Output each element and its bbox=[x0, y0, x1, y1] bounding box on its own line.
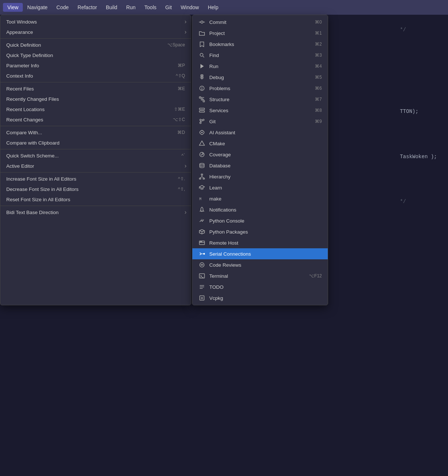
tool-windows-shortcut-terminal: ⌥F12 bbox=[309, 273, 322, 278]
view-menu-label-recent-locations: Recent Locations bbox=[6, 107, 168, 112]
terminal-icon bbox=[198, 272, 206, 280]
tool-windows-item-run[interactable]: Run⌘4 bbox=[192, 61, 328, 72]
tool-windows-item-ai-assistant[interactable]: AI Assistant bbox=[192, 127, 328, 138]
view-menu-shortcut-increase-font: ^⇧. bbox=[178, 176, 185, 181]
tool-windows-item-code-reviews[interactable]: Code Reviews bbox=[192, 259, 328, 270]
tool-windows-item-cmake[interactable]: CMake bbox=[192, 138, 328, 149]
view-menu-item-compare-clipboard[interactable]: Compare with Clipboard bbox=[0, 138, 191, 148]
menu-separator bbox=[0, 172, 191, 173]
remote-host-icon bbox=[198, 239, 206, 246]
view-menu-item-recently-changed[interactable]: Recently Changed Files bbox=[0, 94, 191, 104]
view-menu-item-decrease-font[interactable]: Decrease Font Size in All Editors^⇧, bbox=[0, 184, 191, 194]
menubar-item-code[interactable]: Code bbox=[52, 3, 73, 12]
tool-windows-label-hierarchy: Hierarchy bbox=[209, 174, 322, 180]
menu-separator bbox=[0, 206, 191, 206]
svg-line-4 bbox=[203, 56, 205, 58]
view-menu-item-recent-files[interactable]: Recent Files⌘E bbox=[0, 84, 191, 94]
tool-windows-item-serial-connections[interactable]: Serial Connections bbox=[192, 248, 328, 259]
tool-windows-item-git[interactable]: Git⌘9 bbox=[192, 116, 328, 127]
menu-separator bbox=[0, 126, 191, 126]
tool-windows-item-problems[interactable]: Problems⌘6 bbox=[192, 83, 328, 94]
tool-windows-item-project[interactable]: Project⌘1 bbox=[192, 28, 328, 39]
view-menu-item-quick-definition[interactable]: Quick Definition⌥Space bbox=[0, 40, 191, 50]
tool-windows-item-remote-host[interactable]: Remote Host bbox=[192, 237, 328, 248]
make-icon: M bbox=[198, 195, 206, 202]
serial-icon bbox=[198, 250, 206, 257]
menubar-item-view[interactable]: View bbox=[3, 3, 23, 12]
tool-windows-item-debug[interactable]: Debug⌘5 bbox=[192, 72, 328, 83]
menubar-item-run[interactable]: Run bbox=[122, 3, 140, 12]
view-menu-shortcut-recent-files: ⌘E bbox=[178, 86, 185, 91]
svg-point-22 bbox=[200, 163, 204, 165]
tool-windows-item-notifications[interactable]: Notifications bbox=[192, 204, 328, 215]
tool-windows-item-database[interactable]: Database bbox=[192, 160, 328, 171]
menubar-item-git[interactable]: Git bbox=[161, 3, 176, 12]
tool-windows-label-problems: Problems bbox=[209, 86, 309, 91]
view-menu-item-quick-type-definition[interactable]: Quick Type Definition bbox=[0, 50, 191, 60]
tool-windows-item-vcpkg[interactable]: Vcpkg bbox=[192, 292, 328, 303]
view-menu-item-reset-font[interactable]: Reset Font Size in All Editors bbox=[0, 194, 191, 205]
view-menu-item-recent-changes[interactable]: Recent Changes⌥⇧C bbox=[0, 114, 191, 125]
tool-windows-item-hierarchy[interactable]: Hierarchy bbox=[192, 171, 328, 182]
menubar-item-navigate[interactable]: Navigate bbox=[23, 3, 52, 12]
view-menu-item-recent-locations[interactable]: Recent Locations⇧⌘E bbox=[0, 104, 191, 114]
tool-windows-item-make[interactable]: Mmake bbox=[192, 193, 328, 204]
menubar-item-tools[interactable]: Tools bbox=[140, 3, 161, 12]
view-menu-item-active-editor[interactable]: Active Editor bbox=[0, 161, 191, 171]
tool-windows-shortcut-problems: ⌘6 bbox=[315, 86, 322, 91]
svg-rect-24 bbox=[199, 178, 201, 179]
tool-windows-item-bookmarks[interactable]: Bookmarks⌘2 bbox=[192, 39, 328, 50]
coverage-icon bbox=[198, 151, 206, 158]
svg-point-0 bbox=[201, 21, 203, 23]
tool-windows-item-find[interactable]: Find⌘3 bbox=[192, 50, 328, 61]
view-menu-shortcut-context-info: ^⇧Q bbox=[176, 73, 185, 78]
python-console-icon bbox=[198, 217, 206, 224]
svg-point-38 bbox=[200, 263, 204, 267]
menubar-item-build[interactable]: Build bbox=[102, 3, 122, 12]
view-menu-item-tool-windows[interactable]: Tool Windows bbox=[0, 17, 191, 27]
tool-windows-label-ai-assistant: AI Assistant bbox=[209, 130, 322, 135]
view-menu-label-recent-changes: Recent Changes bbox=[6, 117, 167, 122]
svg-marker-20 bbox=[199, 141, 205, 145]
view-menu-shortcut-quick-definition: ⌥Space bbox=[167, 42, 185, 47]
tool-windows-item-python-packages[interactable]: Python Packages bbox=[192, 226, 328, 237]
menubar-item-help[interactable]: Help bbox=[203, 3, 223, 12]
tool-windows-item-learn[interactable]: Learn bbox=[192, 182, 328, 193]
tool-windows-label-vcpkg: Vcpkg bbox=[209, 295, 322, 301]
tool-windows-item-python-console[interactable]: Python Console bbox=[192, 215, 328, 226]
view-menu-item-increase-font[interactable]: Increase Font Size in All Editors^⇧. bbox=[0, 174, 191, 184]
view-menu-shortcut-decrease-font: ^⇧, bbox=[178, 187, 185, 192]
svg-point-37 bbox=[204, 253, 205, 255]
view-menu-label-active-editor: Active Editor bbox=[6, 163, 185, 169]
view-menu-item-bidi-text[interactable]: Bidi Text Base Direction bbox=[0, 207, 191, 217]
svg-text:M: M bbox=[199, 197, 202, 201]
menubar-item-window[interactable]: Window bbox=[176, 3, 203, 12]
view-menu-item-quick-switch[interactable]: Quick Switch Scheme...^` bbox=[0, 150, 191, 161]
code-overlay-3: TaskWoken ); bbox=[400, 153, 437, 161]
svg-rect-12 bbox=[203, 100, 205, 102]
tool-windows-item-todo[interactable]: TODO bbox=[192, 281, 328, 292]
python-packages-icon bbox=[198, 228, 206, 235]
view-menu-label-parameter-info: Parameter Info bbox=[6, 63, 172, 68]
tool-windows-shortcut-bookmarks: ⌘2 bbox=[315, 42, 322, 47]
view-menu-shortcut-parameter-info: ⌘P bbox=[178, 63, 185, 68]
tool-windows-item-coverage[interactable]: Coverage bbox=[192, 149, 328, 160]
ai-icon bbox=[198, 129, 206, 136]
view-menu-item-context-info[interactable]: Context Info^⇧Q bbox=[0, 71, 191, 81]
view-menu-item-compare-with[interactable]: Compare With...⌘D bbox=[0, 127, 191, 138]
tool-windows-shortcut-debug: ⌘5 bbox=[315, 75, 322, 80]
tool-windows-item-terminal[interactable]: Terminal⌥F12 bbox=[192, 270, 328, 281]
svg-marker-5 bbox=[200, 64, 204, 68]
view-menu-item-appearance[interactable]: Appearance bbox=[0, 27, 191, 37]
view-menu-item-parameter-info[interactable]: Parameter Info⌘P bbox=[0, 60, 191, 71]
svg-rect-44 bbox=[200, 296, 204, 300]
menu-separator bbox=[0, 38, 191, 39]
tool-windows-item-services[interactable]: Services⌘8 bbox=[192, 105, 328, 116]
menubar-item-refactor[interactable]: Refactor bbox=[73, 3, 102, 12]
tool-windows-item-commit[interactable]: Commit⌘0 bbox=[192, 17, 328, 28]
view-menu-shortcut-recent-locations: ⇧⌘E bbox=[174, 107, 185, 112]
tool-windows-item-structure[interactable]: Structure⌘7 bbox=[192, 94, 328, 105]
dropdown-container: Tool WindowsAppearanceQuick Definition⌥S… bbox=[0, 15, 328, 305]
tool-windows-shortcut-commit: ⌘0 bbox=[315, 19, 322, 25]
tool-windows-label-bookmarks: Bookmarks bbox=[209, 42, 309, 47]
